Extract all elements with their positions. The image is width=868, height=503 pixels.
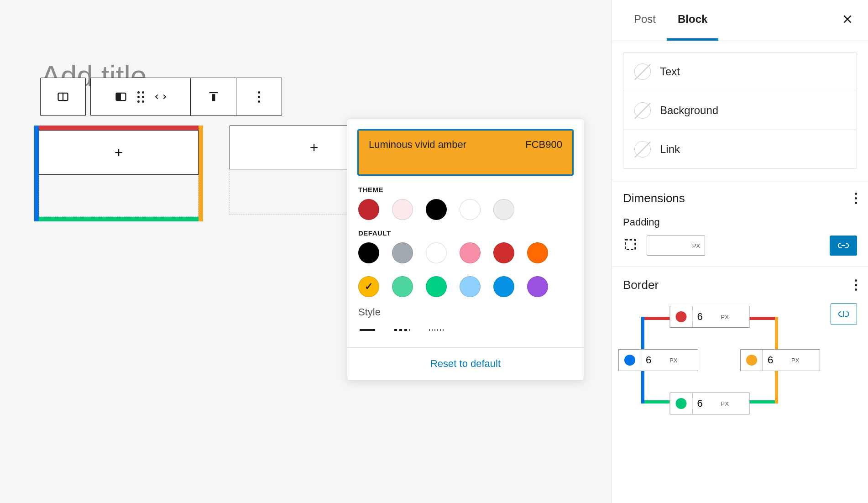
color-swatch[interactable] <box>493 199 514 220</box>
border-title: Border <box>623 278 659 292</box>
color-swatch[interactable] <box>527 276 548 297</box>
close-icon <box>842 13 853 25</box>
border-top-width-input[interactable] <box>693 311 716 323</box>
editor-canvas[interactable]: Add title <box>0 0 612 503</box>
border-left-color[interactable] <box>624 355 635 366</box>
plus-icon: + <box>310 139 319 156</box>
unlink-sides-button[interactable] <box>831 303 857 325</box>
color-swatch[interactable] <box>460 199 481 220</box>
border-bottom-input[interactable]: PX <box>670 393 750 414</box>
panel-options-button[interactable] <box>855 279 857 291</box>
border-left-input[interactable]: PX <box>618 349 698 371</box>
selected-color-hex: FCB900 <box>525 139 562 151</box>
border-right-input[interactable]: PX <box>740 349 820 371</box>
border-right-color[interactable] <box>746 355 757 366</box>
settings-sidebar: Post Block Text Background Link <box>612 0 868 503</box>
border-visualizer: PX PX PX PX <box>623 308 796 413</box>
columns-block: + + <box>34 126 398 221</box>
close-sidebar-button[interactable] <box>838 9 857 32</box>
padding-label: Padding <box>623 216 857 228</box>
more-vertical-icon <box>258 91 260 103</box>
color-swatch[interactable] <box>460 276 481 297</box>
border-bottom-color[interactable] <box>676 398 687 409</box>
block-type-button[interactable] <box>40 78 86 116</box>
reset-to-default-button[interactable]: Reset to default <box>430 358 501 370</box>
color-row-link[interactable]: Link <box>623 130 857 168</box>
dimensions-title: Dimensions <box>623 191 685 205</box>
color-swatch[interactable] <box>527 242 548 263</box>
unit-label: PX <box>787 357 804 364</box>
column-placeholder-area <box>39 176 199 217</box>
padding-unit: PX <box>692 242 700 249</box>
default-palette-label: Default <box>358 229 573 237</box>
align-top-icon <box>207 90 220 103</box>
color-swatch[interactable] <box>493 242 514 263</box>
tab-block[interactable]: Block <box>667 0 718 41</box>
panel-options-button[interactable] <box>855 193 857 204</box>
block-toolbar <box>40 78 282 116</box>
columns-icon <box>57 90 69 103</box>
drag-handle-icon[interactable] <box>137 91 144 103</box>
border-bottom-width-input[interactable] <box>693 398 716 409</box>
color-row-background[interactable]: Background <box>623 91 857 130</box>
block-appender[interactable]: + <box>39 130 199 175</box>
border-style-options <box>358 325 573 335</box>
border-top-input[interactable]: PX <box>670 306 750 328</box>
column-block-selected[interactable]: + <box>34 126 203 221</box>
border-left-width-input[interactable] <box>641 354 665 366</box>
style-dotted[interactable] <box>428 325 446 335</box>
color-swatch[interactable] <box>358 276 379 297</box>
svg-rect-5 <box>212 94 215 101</box>
color-swatch[interactable] <box>358 199 379 220</box>
border-style-label: Style <box>358 306 573 318</box>
dimensions-panel: Dimensions Padding PX <box>612 180 868 267</box>
padding-input[interactable]: PX <box>647 236 705 256</box>
color-swatch[interactable] <box>392 276 413 297</box>
color-row-label: Link <box>660 143 680 156</box>
color-picker-popover: Luminous vivid amber FCB900 Theme Defaul… <box>347 119 584 380</box>
svg-rect-3 <box>116 93 121 100</box>
link-icon <box>837 241 849 250</box>
selected-color-preview[interactable]: Luminous vivid amber FCB900 <box>357 129 574 176</box>
unit-label: PX <box>665 357 682 364</box>
color-swatch[interactable] <box>426 276 447 297</box>
border-right-width-input[interactable] <box>763 354 787 366</box>
link-sides-button[interactable] <box>830 236 857 256</box>
color-swatch[interactable] <box>493 276 514 297</box>
border-top-color[interactable] <box>676 311 687 322</box>
default-palette <box>358 242 573 297</box>
theme-palette <box>358 199 573 220</box>
color-swatch[interactable] <box>426 199 447 220</box>
color-row-text[interactable]: Text <box>623 52 857 91</box>
no-color-icon <box>634 63 651 80</box>
theme-palette-label: Theme <box>358 186 573 194</box>
color-swatch[interactable] <box>358 242 379 263</box>
sidebar-tabs: Post Block <box>612 0 868 41</box>
more-options-button[interactable] <box>236 78 282 116</box>
color-swatch[interactable] <box>426 242 447 263</box>
no-color-icon <box>634 102 651 119</box>
plus-icon: + <box>115 144 123 161</box>
color-row-label: Background <box>660 104 718 117</box>
align-button[interactable] <box>191 78 236 116</box>
unlink-icon <box>838 310 850 318</box>
padding-sides-icon[interactable] <box>623 237 639 254</box>
move-left-right-icon[interactable] <box>154 90 167 103</box>
tab-post[interactable]: Post <box>623 0 667 41</box>
color-panel: Text Background Link <box>612 41 868 180</box>
toolbar-transform-group <box>90 78 191 116</box>
no-color-icon <box>634 141 651 157</box>
border-panel: Border PX PX PX <box>612 267 868 424</box>
color-swatch[interactable] <box>392 242 413 263</box>
style-solid[interactable] <box>358 325 376 335</box>
color-swatch[interactable] <box>392 199 413 220</box>
color-row-label: Text <box>660 65 680 78</box>
column-icon[interactable] <box>115 90 127 103</box>
style-dashed[interactable] <box>393 325 411 335</box>
unit-label: PX <box>716 400 733 407</box>
selected-color-name: Luminous vivid amber <box>369 139 466 151</box>
svg-rect-9 <box>625 240 635 249</box>
color-swatch[interactable] <box>460 242 481 263</box>
unit-label: PX <box>716 314 733 320</box>
